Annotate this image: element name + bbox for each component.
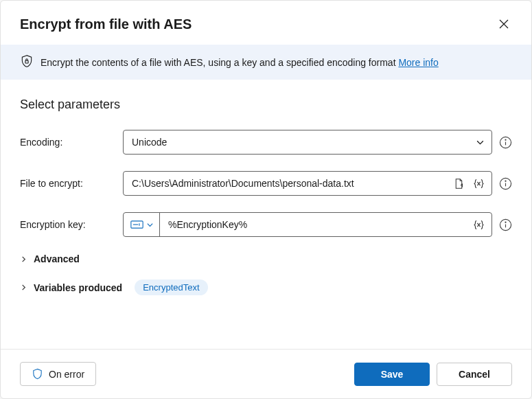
info-icon	[499, 218, 512, 231]
dialog-title: Encrypt from file with AES	[20, 16, 192, 32]
variables-produced-label: Variables produced	[34, 282, 122, 293]
variable-icon	[473, 219, 485, 231]
file-input[interactable]	[124, 178, 449, 189]
param-row-file: File to encrypt:	[20, 171, 512, 196]
key-variable-button[interactable]	[469, 219, 491, 231]
encoding-select[interactable]: Unicode	[123, 130, 492, 155]
info-icon	[499, 177, 512, 190]
file-info-button[interactable]	[499, 177, 512, 190]
close-icon	[499, 19, 509, 29]
encoding-info-button[interactable]	[499, 136, 512, 149]
encrypt-from-file-dialog: Encrypt from file with AES Encrypt the c…	[0, 0, 532, 399]
chevron-down-icon	[469, 138, 491, 147]
svg-point-6	[505, 181, 506, 181]
dialog-footer: On error Save Cancel	[1, 349, 531, 398]
encoding-value: Unicode	[124, 137, 469, 148]
advanced-label: Advanced	[34, 253, 80, 264]
chevron-right-icon	[20, 254, 30, 264]
file-variable-button[interactable]	[469, 178, 491, 190]
file-select-icon	[453, 178, 465, 190]
shield-lock-icon	[20, 54, 34, 70]
info-banner-text: Encrypt the contents of a file with AES,…	[41, 57, 439, 68]
param-row-key: Encryption key:	[20, 212, 512, 237]
section-title: Select parameters	[20, 98, 512, 112]
browse-file-button[interactable]	[449, 178, 469, 190]
svg-point-3	[505, 139, 506, 140]
variable-chip[interactable]: EncryptedText	[135, 280, 207, 295]
dialog-body: Select parameters Encoding: Unicode File…	[1, 80, 531, 349]
dialog-header: Encrypt from file with AES	[1, 1, 531, 45]
svg-point-12	[505, 222, 506, 223]
shield-icon	[32, 368, 43, 380]
param-row-encoding: Encoding: Unicode	[20, 130, 512, 155]
advanced-expander[interactable]: Advanced	[20, 253, 512, 264]
on-error-button[interactable]: On error	[20, 362, 96, 386]
variables-produced-expander[interactable]: Variables produced EncryptedText	[20, 280, 512, 295]
variable-icon	[473, 178, 485, 190]
close-button[interactable]	[496, 16, 512, 32]
info-banner: Encrypt the contents of a file with AES,…	[1, 45, 531, 80]
file-label: File to encrypt:	[20, 178, 123, 189]
key-input[interactable]	[160, 219, 469, 230]
direct-input-icon	[130, 220, 143, 229]
key-mode-selector[interactable]	[124, 213, 160, 236]
encoding-label: Encoding:	[20, 137, 123, 148]
key-info-button[interactable]	[499, 218, 512, 231]
info-icon	[499, 136, 512, 149]
cancel-button[interactable]: Cancel	[437, 363, 512, 386]
chevron-right-icon	[20, 283, 30, 293]
file-input-box	[123, 171, 492, 196]
chevron-down-icon	[146, 221, 154, 229]
more-info-link[interactable]: More info	[398, 57, 438, 68]
svg-rect-0	[25, 60, 28, 63]
save-button[interactable]: Save	[354, 363, 430, 386]
on-error-label: On error	[49, 369, 84, 380]
key-input-box	[123, 212, 492, 237]
key-label: Encryption key:	[20, 219, 123, 230]
